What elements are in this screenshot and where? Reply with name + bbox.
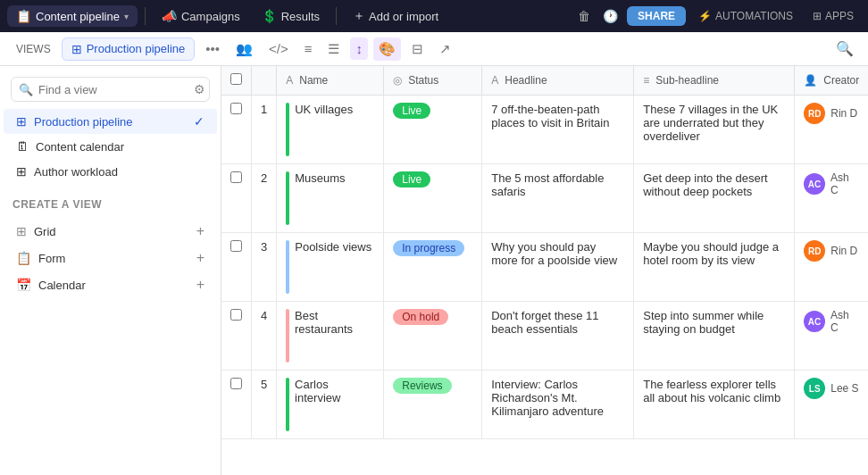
row-headline[interactable]: 7 off-the-beaten-path places to visit in… [482,96,634,164]
row-subheadline[interactable]: Maybe you should judge a hotel room by i… [634,233,795,302]
th-subheadline[interactable]: ≡ Sub-headline [634,66,795,96]
row-headline[interactable]: The 5 most affordable safaris [482,164,634,233]
row-name[interactable]: Museums [277,164,384,233]
create-view-title: Create a view [13,198,208,211]
row-number: 2 [252,164,277,233]
search-button[interactable]: 🔍 [832,37,857,61]
fields-button[interactable]: ☰ [322,38,345,61]
th-name[interactable]: A Name [277,66,384,96]
chevron-down-icon: ▾ [124,12,129,21]
avatar: AC [804,311,825,332]
row-headline[interactable]: Interview: Carlos Richardson's Mt. Kilim… [482,371,634,439]
sidebar-item-content-calendar[interactable]: 🗓 Content calendar [4,134,217,159]
subheadline-value: Step into summer while staying on budget [643,309,764,336]
automations-button[interactable]: ⚡ AUTOMATIONS [691,6,800,26]
share-view-button[interactable]: ↗ [434,38,456,61]
more-options-button[interactable]: ••• [200,38,225,60]
row-checkbox[interactable] [230,378,242,389]
row-status[interactable]: In progress [384,233,482,302]
filter-button[interactable]: ≡ [299,38,318,60]
row-checkbox-cell[interactable] [221,164,252,233]
row-name[interactable]: UK villages [277,96,384,164]
form-label: Form [38,252,65,265]
th-creator[interactable]: 👤 Creator [795,66,868,96]
row-subheadline[interactable]: These 7 villages in the UK are underrate… [634,96,795,164]
row-name[interactable]: Poolside views [277,233,384,302]
calendar-plus-icon[interactable]: + [196,277,204,293]
nav-tab-campaigns[interactable]: 📣 Campaigns [153,5,249,27]
subheadline-value: Get deep into the desert without deep po… [643,171,767,198]
add-import-button[interactable]: ＋ Add or import [344,4,447,28]
name-value: Best restaurants [295,309,374,336]
row-checkbox-cell[interactable] [221,302,252,371]
status-badge: Reviews [393,378,451,394]
table-area: A Name ◎ Status A Headline [221,66,868,475]
settings-icon[interactable]: ⚙ [194,82,205,96]
search-icon: 🔍 [19,83,33,96]
table-button[interactable]: ⊟ [406,38,429,61]
creator-name: Rin D [830,107,857,120]
row-headline[interactable]: Don't forget these 11 beach essentials [482,302,634,371]
th-headline[interactable]: A Headline [482,66,634,96]
automations-icon: ⚡ [698,10,712,22]
table-row: 2 Museums Live The 5 most affordable saf… [221,164,868,233]
sidebar-author-workload-label: Author workload [34,165,118,179]
th-status[interactable]: ◎ Status [384,66,482,96]
apps-button[interactable]: ⊞ APPS [805,6,861,26]
row-status[interactable]: Live [384,96,482,164]
row-name[interactable]: Carlos interview [277,371,384,439]
grid-icon: ⊞ [16,114,27,129]
row-creator: AC Ash C [795,302,868,371]
row-checkbox[interactable] [230,309,242,321]
row-status[interactable]: Live [384,164,482,233]
find-view-input[interactable] [38,83,188,96]
table-header-row: A Name ◎ Status A Headline [221,66,868,96]
row-checkbox-cell[interactable] [221,96,252,164]
sidebar-item-author-workload[interactable]: ⊞ Author workload [4,159,217,184]
select-all-checkbox[interactable] [230,73,242,85]
content-pipeline-icon: 📋 [16,9,31,23]
th-headline-label: Headline [505,74,547,87]
status-badge: On hold [393,309,448,325]
row-checkbox[interactable] [230,171,242,183]
share-button[interactable]: SHARE [627,6,686,26]
color-button[interactable]: 🎨 [373,38,401,61]
sort-button[interactable]: ↕ [350,38,368,60]
main-layout: 🔍 ⚙ ⊞ Production pipeline ✓ 🗓 Content ca… [0,66,868,475]
create-view-form[interactable]: 📋 Form + [13,245,208,271]
active-view-tab[interactable]: ⊞ Production pipeline [62,38,196,61]
row-subheadline[interactable]: Step into summer while staying on budget [634,302,795,371]
trash-icon-button[interactable]: 🗑 [574,5,594,27]
nav-tab-content-pipeline-label: Content pipeline [36,10,120,23]
name-value: Poolside views [295,240,371,254]
row-checkbox[interactable] [230,240,242,252]
row-status[interactable]: On hold [384,302,482,371]
row-headline[interactable]: Why you should pay more for a poolside v… [482,233,634,302]
th-checkbox [221,66,252,96]
row-checkbox-cell[interactable] [221,371,252,439]
history-icon-button[interactable]: 🕐 [599,5,622,27]
name-col-icon: A [286,74,293,87]
grid-plus-icon[interactable]: + [196,223,204,239]
sidebar: 🔍 ⚙ ⊞ Production pipeline ✓ 🗓 Content ca… [0,66,221,475]
create-view-grid[interactable]: ⊞ Grid + [13,218,208,245]
nav-tab-results[interactable]: 💲 Results [253,5,329,27]
results-icon: 💲 [262,9,277,23]
row-checkbox[interactable] [230,103,242,114]
row-subheadline[interactable]: The fearless explorer tells all about hi… [634,371,795,439]
group-button[interactable]: 👥 [230,38,258,61]
name-value: Museums [295,171,345,185]
row-status[interactable]: Reviews [384,371,482,439]
create-view-calendar[interactable]: 📅 Calendar + [13,271,208,298]
headline-value: Why you should pay more for a poolside v… [491,240,617,267]
subheadline-value: These 7 villages in the UK are underrate… [643,103,778,143]
row-name[interactable]: Best restaurants [277,302,384,371]
sidebar-item-production-pipeline[interactable]: ⊞ Production pipeline ✓ [4,109,217,134]
subheadline-col-icon: ≡ [643,74,649,87]
row-color-bar [286,378,289,431]
nav-tab-content-pipeline[interactable]: 📋 Content pipeline ▾ [7,5,138,27]
row-checkbox-cell[interactable] [221,233,252,302]
row-subheadline[interactable]: Get deep into the desert without deep po… [634,164,795,233]
form-plus-icon[interactable]: + [196,250,204,266]
code-button[interactable]: </> [263,38,294,60]
